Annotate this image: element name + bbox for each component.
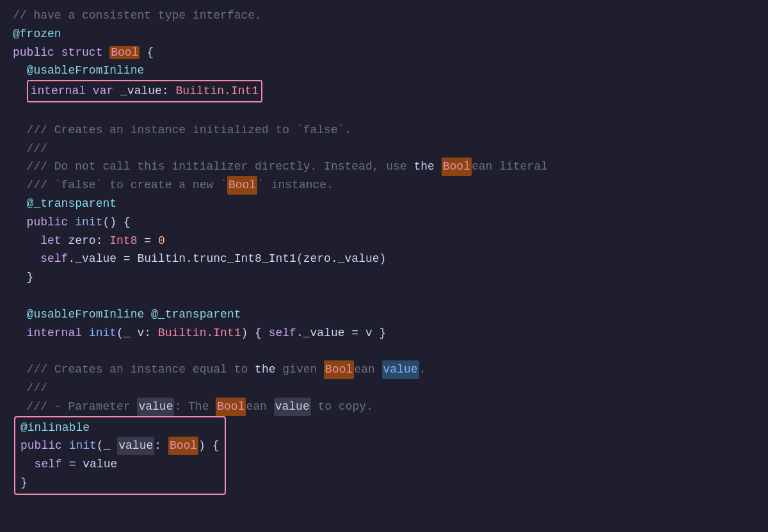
var-zero: zero: [68, 232, 109, 250]
colon-bool: : [154, 437, 168, 455]
comment-given: given [282, 360, 324, 379]
comment-param: /// - Parameter [27, 398, 138, 416]
comment-instance: ` instance. [257, 176, 333, 195]
indent-12 [13, 305, 27, 324]
indent-1 [13, 61, 27, 80]
line-close-brace-2: } [20, 474, 220, 492]
indent-3 [13, 121, 27, 140]
init-paren-1: () { [102, 213, 130, 232]
line-comment-4: /// `false` to create a new `Bool` insta… [13, 176, 755, 195]
line-comment-6: /// [13, 379, 755, 398]
type-int8: Int8 [109, 232, 137, 250]
boolean-highlight-1: Bool [442, 157, 472, 176]
line-usable-from-inline-1: @usableFromInline [13, 61, 755, 80]
comment-the: : The [174, 398, 216, 416]
attr-frozen: @frozen [13, 25, 61, 44]
init-params-1: (_ v: [116, 324, 158, 343]
val-value: value [83, 455, 117, 474]
line-struct-decl: public struct Bool { [13, 44, 755, 62]
line-comment-5: /// Creates an instance equal to the giv… [13, 360, 755, 379]
line-public-init-1: public init() { [13, 213, 755, 232]
kw-self-3: self [35, 455, 62, 474]
line-comment-1: /// Creates an instance initialized to `… [13, 121, 755, 140]
kw-var: var [93, 85, 120, 97]
red-box-inlinable-block: @inlinable public init(_ value: Bool) { … [14, 416, 226, 495]
comment-ean-value: ean [354, 360, 381, 379]
kw-self-1: self [40, 250, 68, 268]
brace-open-2: ) { [198, 437, 219, 455]
line-comment-top: // have a consistent type interface. [13, 6, 755, 25]
attr-usable-2: @usableFromInline [27, 305, 145, 324]
init-body-1: ) { [241, 324, 268, 343]
var-name: _value: [120, 85, 175, 97]
kw-let: let [40, 232, 68, 250]
kw-public-2: public [27, 213, 76, 232]
comment-text: // have a consistent type interface. [13, 6, 262, 25]
indent-9 [13, 232, 40, 250]
line-let-zero: let zero: Int8 = 0 [13, 232, 755, 250]
boolean-highlight-4: Bool [216, 398, 246, 416]
kw-internal: internal [31, 85, 93, 97]
kw-struct: struct [61, 44, 110, 62]
indent-14 [13, 360, 27, 379]
indent-16 [13, 398, 27, 416]
indent-7 [13, 195, 27, 213]
indent-6 [13, 176, 27, 195]
attr-transparent-2: @_transparent [151, 305, 241, 324]
kw-public: public [13, 44, 61, 62]
init-paren-2: (_ [97, 437, 117, 455]
comment-slash-2: /// [27, 379, 47, 398]
indent-17 [20, 455, 35, 474]
dot-value-2: ._value = v } [296, 324, 386, 343]
type-builtin-int1: Builtin.Int1 [175, 85, 259, 97]
line-public-init-2: public init(_ value: Bool) { [20, 437, 220, 455]
indent-15 [13, 379, 27, 398]
builtin-trunc: Builtin.trunc_Int8_Int1(zero._value) [137, 250, 386, 268]
brace-close-2: } [20, 474, 28, 492]
type-bool: Bool { [109, 44, 154, 62]
line-empty-1 [13, 102, 755, 121]
line-internal-var: internal var _value: Builtin.Int1 [13, 80, 755, 102]
fn-init-2: init [89, 324, 116, 343]
bool-highlight-2: Bool [227, 176, 257, 195]
line-frozen: @frozen [13, 25, 755, 44]
space-1 [144, 305, 151, 324]
line-comment-3: /// Do not call this initializer directl… [13, 157, 755, 176]
comment-ean-literal: ean literal [472, 157, 548, 176]
line-self-value: self._value = Builtin.trunc_Int8_Int1(ze… [13, 250, 755, 268]
comment-equal: /// Creates an instance equal to [27, 360, 255, 379]
value-highlight-2: value [274, 398, 311, 416]
attr-usable: @usableFromInline [27, 61, 145, 80]
param-value-highlight-2: value [117, 437, 154, 455]
equals-value: = [62, 455, 83, 474]
kw-public-3: public [20, 437, 69, 455]
kw-internal-2: internal [27, 324, 89, 343]
indent-8 [13, 213, 27, 232]
line-self-equals-value: self = value [20, 455, 220, 474]
param-value-highlight: value [137, 398, 174, 416]
boolean-highlight-3: Bool [324, 360, 354, 379]
comment-to-copy: to copy. [311, 398, 373, 416]
indent-5 [13, 157, 27, 176]
num-0: 0 [158, 232, 165, 250]
fn-init-3: init [69, 437, 97, 455]
attr-inlinable: @inlinable [20, 419, 90, 437]
comment-do-not-call: /// Do not call this initializer directl… [27, 157, 414, 176]
code-editor: // have a consistent type interface. @fr… [0, 0, 768, 532]
fn-init-1: init [75, 213, 102, 232]
bool-highlight-3: Bool [168, 437, 198, 455]
line-transparent-1: @_transparent [13, 195, 755, 213]
kw-self-2: self [269, 324, 296, 343]
the-word-2: the [255, 360, 282, 379]
the-word: the [414, 157, 442, 176]
brace-close-1: } [27, 268, 34, 287]
line-empty-3 [13, 342, 755, 360]
comment-false-to-create: /// `false` to create a new ` [27, 176, 227, 195]
indent-10 [13, 250, 40, 268]
comment-period-1: . [419, 360, 426, 379]
comment-creates-1: /// Creates an instance initialized to `… [27, 121, 352, 140]
indent-4 [13, 140, 27, 158]
line-usable-transparent: @usableFromInline @_transparent [13, 305, 755, 324]
dot-value-1: ._value = [68, 250, 137, 268]
red-box-internal-var: internal var _value: Builtin.Int1 [27, 80, 262, 102]
